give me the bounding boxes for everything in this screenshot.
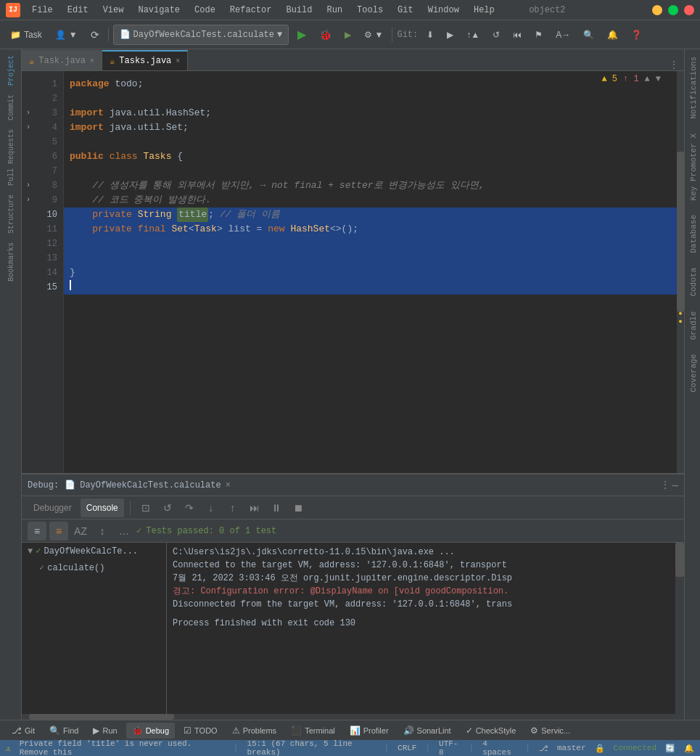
sub-toolbar-btn-2[interactable]: ≡ [49, 522, 68, 541]
git-history-button[interactable]: ↑▲ [462, 25, 484, 45]
menu-window[interactable]: Window [422, 4, 465, 17]
vert-tab-notifications[interactable]: Notifications [685, 49, 700, 126]
toolbar-profile-button[interactable]: 👤 ▼ [51, 25, 82, 45]
sidebar-bookmarks-icon[interactable]: Bookmarks [2, 239, 20, 284]
close-button[interactable] [684, 5, 694, 15]
menu-file[interactable]: File [26, 4, 59, 17]
git-branch-button[interactable]: ⏮ [508, 25, 526, 45]
toolbar-cursor-button[interactable]: ⟳ [86, 25, 104, 45]
git-stash-button[interactable]: ⚑ [530, 25, 547, 45]
menu-tools[interactable]: Tools [351, 4, 389, 17]
status-charset[interactable]: UTF-8 [439, 739, 461, 756]
debug-console[interactable]: C:\Users\is2js\.jdks\corretto-11.0.15\bi… [167, 543, 675, 714]
vert-tab-coverage[interactable]: Coverage [685, 347, 700, 400]
sidebar-project-icon[interactable]: Project [2, 52, 20, 89]
status-position[interactable]: 15:1 (67 chars, 5 line breaks) [247, 739, 375, 756]
sub-toolbar-btn-more[interactable]: … [115, 522, 133, 541]
status-notification-icon[interactable]: 🔔 [684, 744, 694, 753]
menu-code[interactable]: Code [189, 4, 221, 17]
debug-tab-close[interactable]: × [226, 480, 231, 490]
debug-tree-item-1[interactable]: ▼ ✓ DayOfWeekCalcTe... [22, 543, 166, 559]
debug-button[interactable]: 🐞 [315, 25, 336, 45]
tab-task-java[interactable]: ☕ Task.java × [22, 50, 102, 70]
menu-git[interactable]: Git [392, 4, 419, 17]
menu-run[interactable]: Run [321, 4, 348, 17]
run-config-dropdown[interactable]: 📄 DayOfWeekCalcTest.calculate ▼ [113, 25, 289, 45]
notifications-button[interactable]: 🔔 [603, 25, 622, 45]
maximize-button[interactable] [668, 5, 678, 15]
debug-split-btn[interactable]: ⊡ [136, 498, 155, 517]
git-revert-button[interactable]: ↺ [488, 25, 504, 45]
git-update-button[interactable]: ⬇ [422, 25, 438, 45]
debug-scrollbar-thumb[interactable] [29, 714, 174, 720]
code-line-2 [64, 91, 677, 106]
code-content[interactable]: package todo; import java.util.HashSet; … [64, 71, 677, 473]
debug-stop-btn[interactable]: ⏹ [289, 498, 308, 517]
debug-settings-icon[interactable]: ⋮ [661, 480, 670, 491]
debug-run-cursor-btn[interactable]: ⏭ [245, 498, 264, 517]
bottom-git-btn[interactable]: ⎇ Git [6, 723, 41, 739]
sub-toolbar-btn-1[interactable]: ≡ [28, 522, 46, 541]
scroll-thumb[interactable] [677, 152, 684, 313]
debug-step-over-btn[interactable]: ↷ [180, 498, 199, 517]
debug-evaluate-btn[interactable]: ⏸ [267, 498, 286, 517]
status-sep-5: | [525, 744, 530, 752]
sub-toolbar-btn-3[interactable]: AZ [71, 522, 90, 541]
bottom-profiler-btn[interactable]: 📊 Profiler [344, 723, 395, 739]
menu-help[interactable]: Help [468, 4, 501, 17]
tab-tasks-java[interactable]: ☕ Tasks.java × [102, 50, 188, 70]
vert-tab-gradle[interactable]: Gradle [685, 304, 700, 348]
status-encoding[interactable]: CRLF [398, 744, 416, 752]
sidebar-vcs-icon[interactable]: Pull Requests [2, 126, 20, 189]
console-tab-btn[interactable]: Console [81, 498, 124, 517]
gutter-1 [22, 77, 35, 91]
bottom-checkstyle-btn[interactable]: ✓ CheckStyle [460, 723, 522, 739]
menu-refactor[interactable]: Refactor [224, 4, 278, 17]
bottom-run-btn[interactable]: ▶ Run [87, 723, 123, 739]
debug-resume-btn[interactable]: ↺ [158, 498, 177, 517]
bottom-find-btn[interactable]: 🔍 Find [44, 723, 84, 739]
project-button[interactable]: 📁 Task [6, 25, 46, 45]
debug-tree-item-2[interactable]: ✓ calculate() [22, 559, 166, 576]
translate-button[interactable]: A→ [551, 25, 575, 45]
menu-view[interactable]: View [97, 4, 130, 17]
menu-edit[interactable]: Edit [62, 4, 94, 17]
vert-tab-database[interactable]: Database [685, 208, 700, 260]
bottom-debug-btn[interactable]: 🐞 Debug [126, 723, 175, 739]
menu-navigate[interactable]: Navigate [132, 4, 186, 17]
help-button[interactable]: ❓ [627, 25, 646, 45]
more-run-button[interactable]: ⚙ ▼ [360, 25, 387, 45]
bottom-problems-btn[interactable]: ⚠ Problems [226, 723, 282, 739]
minimize-button[interactable] [652, 5, 662, 15]
debug-scrollbar-h[interactable] [22, 714, 684, 720]
debugger-tab-btn[interactable]: Debugger [28, 498, 78, 517]
git-push-button[interactable]: ▶ [442, 25, 458, 45]
scroll-track[interactable] [677, 71, 684, 473]
tab-task-java-close[interactable]: × [90, 57, 94, 65]
sidebar-structure-icon[interactable]: Structure [2, 192, 20, 237]
bottom-service-btn[interactable]: ⚙ Servic... [524, 723, 576, 739]
tabs-more-button[interactable]: ⋮ [664, 59, 684, 70]
gutter-12 [22, 237, 35, 251]
run-button[interactable]: ▶ [293, 25, 310, 45]
bottom-todo-btn[interactable]: ☑ TODO [178, 723, 223, 739]
coverage-button[interactable]: ▶ [340, 25, 355, 45]
bottom-sonar-btn[interactable]: 🔊 SonarLint [398, 723, 457, 739]
tab-tasks-java-close[interactable]: × [176, 57, 180, 65]
sidebar-commit-icon[interactable]: Commit [2, 91, 20, 123]
status-branch[interactable]: master [557, 744, 586, 752]
debug-step-out-btn[interactable]: ↑ [223, 498, 242, 517]
service-icon: ⚙ [530, 726, 538, 736]
code-pkg: todo [115, 77, 137, 91]
debug-scroll-thumb[interactable] [675, 543, 684, 577]
debug-right-scroll[interactable] [675, 543, 684, 714]
vert-tab-key-promoter[interactable]: Key Promoter X [685, 126, 700, 208]
debug-minimize-button[interactable]: — [672, 480, 678, 491]
sub-toolbar-btn-4[interactable]: ↕ [93, 522, 112, 541]
search-button[interactable]: 🔍 [579, 25, 598, 45]
vert-tab-codota[interactable]: Codota [685, 260, 700, 304]
debug-step-into-btn[interactable]: ↓ [202, 498, 221, 517]
menu-build[interactable]: Build [280, 4, 318, 17]
bottom-terminal-btn[interactable]: ⬛ Terminal [285, 723, 341, 739]
status-indent[interactable]: 4 spaces [482, 739, 516, 756]
